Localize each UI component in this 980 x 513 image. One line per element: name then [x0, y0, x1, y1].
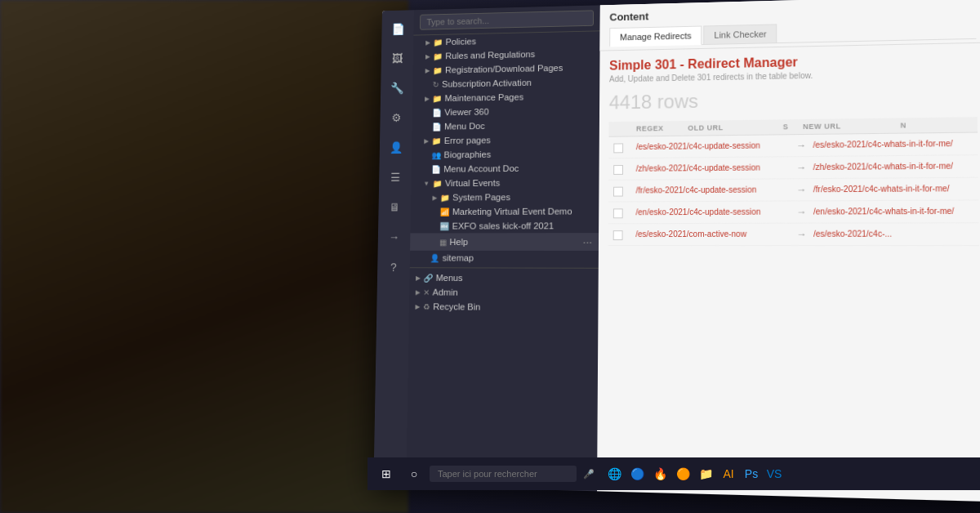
page-icon: 📄 — [432, 122, 441, 131]
person-icon: 👤 — [430, 253, 439, 262]
cms-layout: 📄 🖼 🔧 ⚙ 👤 ☰ 🖥 → ? ▶ 📁 Policies ▶ 📁 — [373, 0, 980, 502]
col-actions — [921, 120, 973, 129]
taskbar-icon-1[interactable]: 🌐 — [604, 464, 624, 484]
tree-item-exfo[interactable]: ▶ 🔤 EXFO sales kick-off 2021 — [410, 218, 599, 233]
tree-label: sitemap — [443, 253, 474, 263]
page-icon: 📄 — [432, 108, 441, 117]
arrow-icon: → — [793, 162, 809, 173]
table-row: /en/esko-2021/c4c-update-session → /en/e… — [608, 200, 979, 224]
tree-label: System Pages — [452, 192, 510, 202]
tree-label: Virtual Events — [445, 178, 500, 188]
taskbar-icon-firefox[interactable]: 🔥 — [650, 464, 670, 484]
taskbar-icon-edge[interactable]: 🔵 — [627, 464, 647, 484]
sidebar-image-icon[interactable]: 🖼 — [385, 46, 409, 71]
tree-label: Help — [449, 237, 468, 247]
taskbar-icon-chrome[interactable]: 🟠 — [673, 464, 693, 484]
tree-label: Error pages — [444, 136, 491, 145]
table-row: /fr/esko-2021/c4c-update-session → /fr/e… — [608, 178, 978, 203]
tree-label: Biographies — [443, 149, 491, 159]
taskbar-search-input[interactable] — [430, 466, 577, 482]
old-url: /es/esko-2021/c4c-update-session — [636, 140, 790, 153]
arrow-icon: ▶ — [416, 274, 421, 282]
table-row: /es/esko-2021/com-active-now → /es/esko-… — [608, 223, 979, 246]
page-icon: 📄 — [431, 165, 440, 174]
arrow-icon: → — [793, 140, 809, 151]
sidebar-help-icon[interactable]: ? — [381, 255, 407, 280]
arrow-icon: ▶ — [425, 38, 430, 46]
taskbar-icons: 🌐 🔵 🔥 🟠 📁 AI Ps VS — [604, 464, 784, 484]
old-url: /zh/esko-2021/c4c-update-session — [636, 162, 790, 174]
tree-item-systempages[interactable]: ▶ 📁 System Pages — [411, 190, 599, 205]
old-url: /es/esko-2021/com-active-now — [635, 229, 790, 240]
tab-link-checker[interactable]: Link Checker — [704, 24, 777, 44]
arrow-icon: ▶ — [416, 288, 421, 296]
tree-item-biographies[interactable]: ▶ 👥 Biographies — [412, 146, 599, 163]
tree-label: Maintenance Pages — [444, 92, 523, 103]
arrow-icon: ▶ — [432, 194, 437, 201]
folder-icon: 📁 — [433, 51, 442, 60]
sidebar-list-icon[interactable]: ☰ — [383, 164, 408, 190]
folder-icon: 📁 — [433, 38, 442, 47]
arrow-icon: → — [793, 184, 810, 195]
taskbar-icon-folder[interactable]: 📁 — [696, 464, 715, 484]
row-checkbox[interactable] — [613, 208, 623, 218]
tree-label: Admin — [433, 288, 458, 297]
arrow-icon: ▶ — [424, 137, 429, 145]
tree-item-recycle[interactable]: ▶ ♻ Recycle Bin — [409, 299, 599, 314]
more-icon[interactable]: ··· — [583, 235, 593, 248]
windows-button[interactable]: ⊞ — [374, 462, 399, 486]
folder-icon: 📁 — [432, 94, 441, 103]
col-checkbox — [613, 125, 633, 133]
row-checkbox[interactable] — [613, 230, 623, 240]
signal-icon: 📶 — [440, 207, 450, 216]
sidebar-wrench-icon[interactable]: 🔧 — [385, 75, 409, 100]
tree-item-marketing[interactable]: ▶ 📶 Marketing Virtual Event Demo — [411, 204, 599, 219]
tree-item-help[interactable]: ▶ ▦ Help ··· — [410, 233, 599, 251]
tab-bar: Manage Redirects Link Checker — [609, 20, 976, 47]
monitor-screen: 📄 🖼 🔧 ⚙ 👤 ☰ 🖥 → ? ▶ 📁 Policies ▶ 📁 — [373, 0, 980, 502]
tree-label: Menu Account Doc — [443, 163, 519, 173]
search-input[interactable] — [420, 10, 594, 29]
grid-icon: ▦ — [439, 238, 447, 247]
arrow-icon: ▶ — [425, 95, 430, 102]
tree-label: Viewer 360 — [444, 107, 488, 117]
redirect-section: Simple 301 - Redirect Manager Add, Updat… — [599, 43, 980, 255]
col-n: N — [901, 121, 918, 129]
arrow-icon: → — [793, 206, 810, 217]
tab-manage-redirects[interactable]: Manage Redirects — [609, 26, 702, 47]
sidebar-arrow-icon[interactable]: → — [381, 225, 407, 250]
sidebar-person-icon[interactable]: 👤 — [383, 135, 408, 160]
tree-item-menuaccountdoc[interactable]: ▶ 📄 Menu Account Doc — [412, 160, 599, 176]
table-row: /es/esko-2021/c4c-update-session → /es/e… — [608, 133, 978, 159]
tree-item-menus[interactable]: ▶ 🔗 Menus — [409, 270, 598, 286]
arrow-icon: ▶ — [425, 67, 430, 74]
row-checkbox[interactable] — [613, 187, 623, 197]
col-new-url: NEW URL — [803, 122, 897, 131]
row-checkbox[interactable] — [613, 143, 623, 153]
divider — [410, 267, 599, 269]
sidebar-gear-icon[interactable]: ⚙ — [384, 105, 408, 130]
tree-label: Marketing Virtual Event Demo — [452, 207, 572, 216]
tree-label: Subscription Activation — [442, 78, 532, 88]
folder-icon: 📁 — [440, 193, 450, 202]
recycle-icon: ♻ — [423, 302, 430, 311]
tree-item-virtualevents[interactable]: ▼ 📁 Virtual Events — [411, 175, 599, 190]
row-checkbox[interactable] — [613, 165, 623, 175]
taskbar-icon-photoshop[interactable]: Ps — [742, 464, 761, 484]
search-button[interactable]: ○ — [402, 462, 426, 486]
folder-icon: 📁 — [433, 179, 442, 188]
background-person — [0, 0, 408, 513]
taskbar-icon-illustrator[interactable]: AI — [719, 464, 738, 484]
refresh-icon: ↻ — [433, 80, 439, 89]
sidebar-pages-icon[interactable]: 📄 — [385, 16, 410, 42]
tree-label: Menus — [436, 273, 463, 283]
search-bar — [413, 5, 599, 35]
table-row: /zh/esko-2021/c4c-update-session → /zh/e… — [608, 155, 978, 181]
tree-item-sitemap[interactable]: ▶ 👤 sitemap — [410, 251, 599, 265]
sidebar-screen-icon[interactable]: 🖥 — [382, 194, 408, 220]
tree-item-admin[interactable]: ▶ ✕ Admin — [409, 285, 599, 301]
col-regex: REGEX — [636, 124, 684, 133]
new-url: /fr/esko-2021/c4c-whats-in-it-for-me/ — [813, 183, 973, 195]
taskbar-icon-vscode[interactable]: VS — [764, 464, 784, 484]
new-url: /zh/esko-2021/c4c-whats-in-it-for-me/ — [813, 160, 973, 173]
